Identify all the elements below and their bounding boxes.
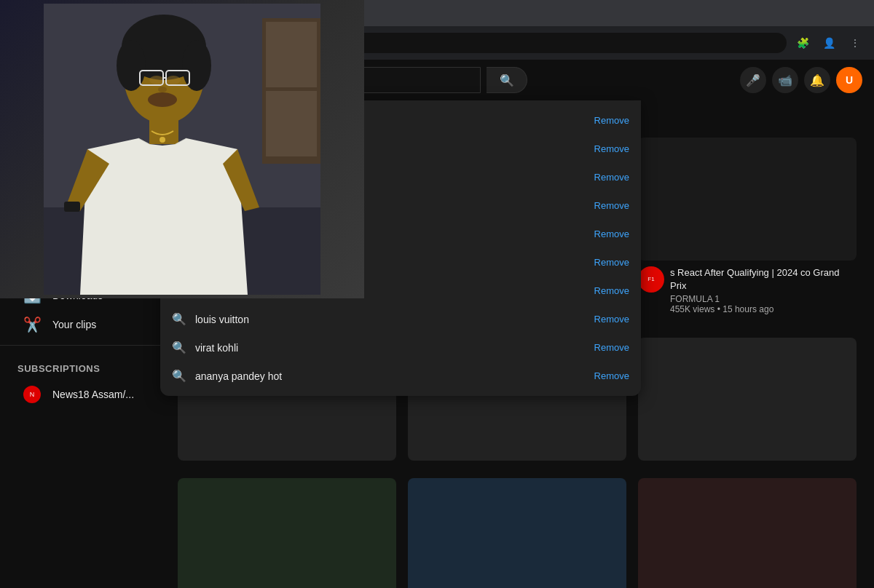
news18-avatar: N: [23, 386, 41, 403]
remove-btn-4[interactable]: Remove: [594, 200, 629, 211]
remove-btn-7[interactable]: Remove: [594, 285, 629, 296]
suggestion-ananya-pandey[interactable]: 🔍 ananya pandey hot Remove: [160, 362, 641, 390]
video-thumbnail-3: [638, 138, 857, 261]
svg-point-7: [117, 40, 146, 91]
mic-button[interactable]: 🎤: [740, 67, 766, 93]
subscriptions-section-title: Subscriptions: [0, 351, 160, 380]
video-card-8[interactable]: NEPAL VS HURICANNES 2nd innings What's a…: [408, 478, 626, 588]
person-silhouette: [44, 4, 320, 295]
remove-btn-3[interactable]: Remove: [594, 172, 629, 183]
svg-rect-3: [266, 22, 317, 87]
svg-point-10: [166, 76, 181, 84]
svg-point-9: [149, 76, 164, 84]
account-avatar[interactable]: U: [836, 67, 862, 93]
video-card-3[interactable]: F1 s React After Qualifying | 2024 co Gr…: [638, 138, 857, 320]
remove-btn-8[interactable]: Remove: [594, 314, 629, 325]
remove-btn-10[interactable]: Remove: [594, 370, 629, 381]
svg-point-15: [148, 92, 177, 107]
svg-rect-4: [266, 91, 317, 156]
remove-btn-9[interactable]: Remove: [594, 342, 629, 353]
webcam-bg: [0, 0, 364, 298]
sidebar-item-news18[interactable]: N News18 Assam/...: [6, 380, 154, 409]
suggestion-louis-vuitton[interactable]: 🔍 louis vuitton Remove: [160, 305, 641, 333]
video-title-3: s React After Qualifying | 2024 co Grand…: [670, 266, 857, 293]
svg-rect-18: [64, 202, 80, 212]
video-thumbnail-7: [178, 478, 396, 588]
suggestion-text-10: ananya pandey hot: [195, 370, 586, 382]
video-meta-3: 455K views • 15 hours ago: [670, 304, 857, 314]
remove-btn-6[interactable]: Remove: [594, 257, 629, 268]
recent-icon-3: 🔍: [172, 369, 186, 383]
video-card-7[interactable]: Playoff Diaries Episode 3 | Training in …: [178, 478, 396, 588]
video-grid-row3: Playoff Diaries Episode 3 | Training in …: [178, 478, 857, 588]
video-thumbnail-8: [408, 478, 626, 588]
recent-icon-2: 🔍: [172, 341, 186, 354]
news18-label: News18 Assam/...: [52, 389, 134, 400]
menu-button[interactable]: ⋮: [845, 33, 865, 53]
video-info-3: F1 s React After Qualifying | 2024 co Gr…: [638, 261, 857, 320]
video-thumbnail-9: [638, 478, 857, 588]
your-clips-label: Your clips: [52, 319, 96, 330]
video-card-6[interactable]: [638, 338, 857, 461]
remove-btn-1[interactable]: Remove: [594, 115, 629, 126]
video-thumbnail-6: [638, 338, 857, 461]
remove-btn-5[interactable]: Remove: [594, 229, 629, 239]
svg-point-17: [160, 137, 165, 143]
extensions-button[interactable]: 🧩: [792, 33, 813, 53]
webcam-overlay: [0, 0, 364, 298]
search-icon: 🔍: [500, 74, 514, 87]
clips-icon: ✂️: [23, 316, 41, 333]
suggestion-virat-kohli[interactable]: 🔍 virat kohli Remove: [160, 333, 641, 362]
suggestion-text-9: virat kohli: [195, 342, 586, 354]
channel-avatar-3: F1: [638, 266, 664, 293]
remove-btn-2[interactable]: Remove: [594, 143, 629, 154]
create-button[interactable]: 📹: [772, 67, 798, 93]
notifications-button[interactable]: 🔔: [804, 67, 830, 93]
search-button[interactable]: 🔍: [487, 67, 527, 93]
video-card-9[interactable]: my last fifa tournament: [638, 478, 857, 588]
recent-icon-1: 🔍: [172, 312, 186, 326]
svg-point-8: [182, 40, 211, 91]
sidebar-item-your-clips[interactable]: ✂️ Your clips: [6, 310, 154, 339]
video-details-3: s React After Qualifying | 2024 co Grand…: [670, 266, 857, 314]
header-right: 🎤 📹 🔔 U: [740, 67, 862, 93]
profile-button[interactable]: 👤: [819, 33, 839, 53]
video-channel-3: FORMULA 1: [670, 294, 857, 304]
svg-point-14: [158, 87, 167, 92]
suggestion-text-8: louis vuitton: [195, 314, 586, 325]
